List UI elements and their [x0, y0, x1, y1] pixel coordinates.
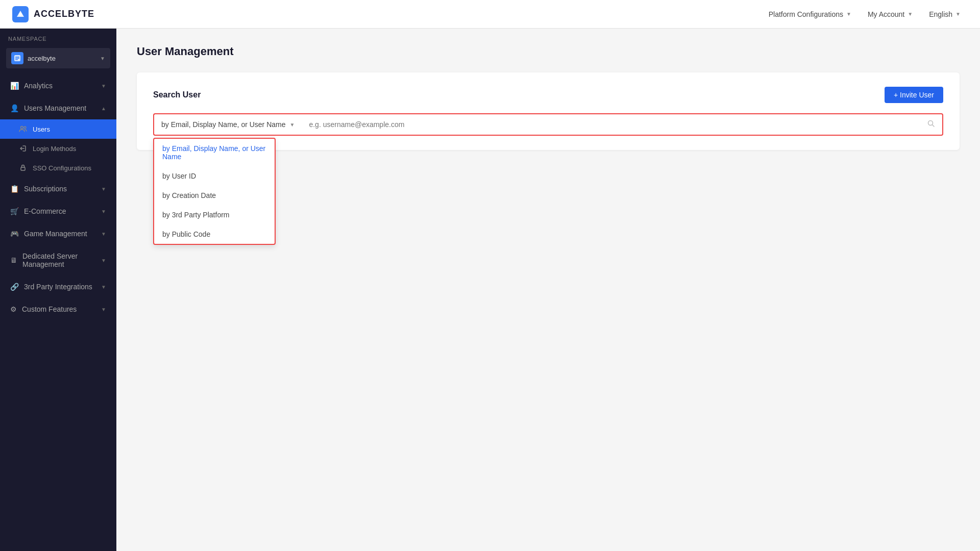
topnav: ACCELBYTE Platform Configurations ▼ My A… [0, 0, 980, 29]
search-filter-chevron-icon: ▼ [290, 122, 295, 128]
3rd-party-chevron-icon: ▼ [101, 284, 106, 290]
search-icon [927, 119, 935, 130]
namespace-selector[interactable]: accelbyte ▼ [6, 48, 110, 68]
sidebar-item-game-management[interactable]: 🎮 Game Management ▼ [0, 222, 116, 245]
ecommerce-chevron-icon: ▼ [101, 209, 106, 214]
namespace-chevron-icon: ▼ [100, 56, 105, 61]
search-card: Search User + Invite User by Email, Disp… [137, 72, 960, 150]
ecommerce-icon: 🛒 [10, 207, 19, 215]
analytics-chevron-icon: ▼ [101, 83, 106, 89]
search-row: by Email, Display Name, or User Name ▼ [153, 113, 943, 136]
analytics-icon: 📊 [10, 82, 19, 90]
users-management-icon: 👤 [10, 104, 19, 112]
language-button[interactable]: English ▼ [922, 6, 968, 22]
custom-features-chevron-icon: ▼ [101, 307, 106, 312]
brand-name: ACCELBYTE [34, 9, 94, 19]
language-chevron-icon: ▼ [955, 11, 961, 17]
users-management-submenu: Users Login Methods SSO [0, 119, 116, 178]
login-methods-icon [18, 144, 28, 153]
sidebar-item-users-management[interactable]: 👤 Users Management ▲ [0, 97, 116, 119]
sidebar-item-dedicated-server[interactable]: 🖥 Dedicated Server Management ▼ [0, 245, 116, 276]
sidebar: NAMESPACE accelbyte ▼ 📊 Analytics ▼ [0, 29, 116, 551]
dedicated-server-chevron-icon: ▼ [101, 258, 106, 263]
namespace-label: NAMESPACE [0, 29, 116, 46]
svg-rect-2 [15, 57, 19, 58]
3rd-party-icon: 🔗 [10, 283, 19, 291]
sidebar-item-3rd-party[interactable]: 🔗 3rd Party Integrations ▼ [0, 276, 116, 298]
page-title: User Management [137, 45, 960, 58]
game-management-chevron-icon: ▼ [101, 231, 106, 237]
dedicated-server-icon: 🖥 [10, 256, 17, 264]
sso-icon [18, 163, 28, 172]
search-input[interactable] [309, 120, 927, 129]
subscriptions-icon: 📋 [10, 185, 19, 193]
logo: ACCELBYTE [12, 6, 94, 22]
svg-point-5 [21, 127, 23, 129]
dropdown-option-3rd-party[interactable]: by 3rd Party Platform [154, 205, 275, 224]
sidebar-sub-item-sso[interactable]: SSO Configurations [0, 158, 116, 178]
platform-config-button[interactable]: Platform Configurations ▼ [762, 6, 859, 22]
svg-point-0 [19, 13, 22, 16]
search-input-wrapper [302, 113, 943, 136]
sidebar-item-analytics[interactable]: 📊 Analytics ▼ [0, 74, 116, 97]
my-account-chevron-icon: ▼ [908, 11, 913, 17]
svg-point-6 [24, 127, 26, 129]
namespace-name: accelbyte [28, 55, 96, 62]
svg-rect-7 [21, 167, 25, 170]
dropdown-option-public-code[interactable]: by Public Code [154, 224, 275, 244]
dropdown-option-creation-date[interactable]: by Creation Date [154, 186, 275, 205]
search-card-title: Search User + Invite User [153, 87, 943, 103]
namespace-icon [11, 52, 23, 64]
search-filter-label: by Email, Display Name, or User Name [161, 120, 286, 129]
invite-user-button[interactable]: + Invite User [885, 87, 943, 103]
logo-icon [12, 6, 29, 22]
sidebar-item-custom-features[interactable]: ⚙ Custom Features ▼ [0, 298, 116, 320]
sidebar-sub-item-login-methods[interactable]: Login Methods [0, 139, 116, 158]
my-account-button[interactable]: My Account ▼ [861, 6, 920, 22]
search-filter-dropdown[interactable]: by Email, Display Name, or User Name ▼ [153, 113, 302, 136]
topnav-right: Platform Configurations ▼ My Account ▼ E… [762, 6, 968, 22]
platform-config-chevron-icon: ▼ [846, 11, 851, 17]
dropdown-option-user-id[interactable]: by User ID [154, 166, 275, 186]
sidebar-item-ecommerce[interactable]: 🛒 E-Commerce ▼ [0, 200, 116, 222]
layout: NAMESPACE accelbyte ▼ 📊 Analytics ▼ [0, 29, 980, 551]
main-content: User Management Search User + Invite Use… [116, 29, 980, 551]
subscriptions-chevron-icon: ▼ [101, 186, 106, 192]
dropdown-option-email-display-username[interactable]: by Email, Display Name, or User Name [154, 139, 275, 166]
svg-rect-3 [15, 58, 19, 59]
users-management-chevron-icon: ▲ [101, 106, 106, 111]
custom-features-icon: ⚙ [10, 305, 17, 313]
sidebar-item-subscriptions[interactable]: 📋 Subscriptions ▼ [0, 178, 116, 200]
svg-rect-4 [15, 59, 18, 60]
users-icon [18, 124, 28, 134]
sidebar-sub-item-users[interactable]: Users [0, 119, 116, 139]
search-filter-menu: by Email, Display Name, or User Name by … [153, 138, 276, 245]
game-management-icon: 🎮 [10, 230, 19, 238]
